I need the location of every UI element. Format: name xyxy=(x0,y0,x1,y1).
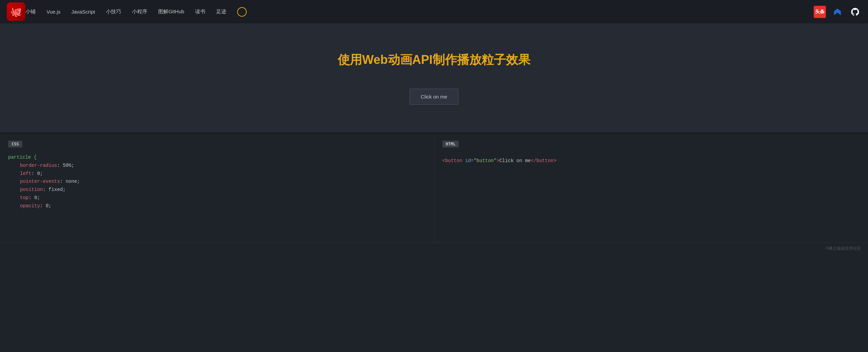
css-selector: particle { xyxy=(8,155,37,160)
nav-zuji[interactable]: 足迹 xyxy=(216,8,226,15)
css-line-4: position: fixed; xyxy=(8,186,426,194)
toutiao-icon[interactable]: 头条 xyxy=(814,6,826,18)
nav-xiaojiqiao[interactable]: 小技巧 xyxy=(106,8,121,15)
css-panel: CSS particle { border-radius: 50%; left:… xyxy=(0,134,434,243)
css-line-6: opacity: 0; xyxy=(8,202,426,210)
html-button-text: Click on me xyxy=(499,158,531,163)
nav-javascript[interactable]: JavaScript xyxy=(71,9,95,15)
nav-dushu[interactable]: 读书 xyxy=(195,8,205,15)
html-panel: HTML <button id="button">Click on me</bu… xyxy=(434,134,868,243)
nav-xiaochengxu[interactable]: 小程序 xyxy=(132,8,147,15)
html-panel-label: HTML xyxy=(442,141,459,147)
navbar: 🐙 小铺 Vue.js JavaScript 小技巧 小程序 图解GitHub … xyxy=(0,0,868,24)
css-panel-label: CSS xyxy=(8,141,22,147)
copyright-text: ©稀土掘金技术社区 xyxy=(826,246,861,251)
github-icon[interactable] xyxy=(849,6,861,18)
demo-title: 使用Web动画API制作播放粒子效果 xyxy=(338,52,530,68)
css-line-2: left: 0; xyxy=(8,170,426,178)
css-line-5: top: 0; xyxy=(8,194,426,202)
nav-vuejs[interactable]: Vue.js xyxy=(46,9,60,15)
html-tag-name: button xyxy=(445,158,462,163)
juejin-icon[interactable] xyxy=(831,6,844,18)
nav-circle-icon[interactable] xyxy=(237,7,247,17)
html-code-content: <button id="button">Click on me</button> xyxy=(442,154,860,169)
css-line-1: border-radius: 50%; xyxy=(8,162,426,170)
nav-links: 小铺 Vue.js JavaScript 小技巧 小程序 图解GitHub 读书… xyxy=(25,7,814,17)
demo-area: 使用Web动画API制作播放粒子效果 Click on me xyxy=(0,24,868,133)
nav-xiaopù[interactable]: 小铺 xyxy=(25,8,36,15)
site-logo[interactable]: 🐙 xyxy=(7,2,25,21)
nav-tujie[interactable]: 图解GitHub xyxy=(158,8,184,15)
page-footer: ©稀土掘金技术社区 xyxy=(0,243,868,254)
css-code-content: particle { border-radius: 50%; left: 0; … xyxy=(8,154,426,210)
html-close-tag: button xyxy=(536,158,553,163)
click-on-me-button[interactable]: Click on me xyxy=(410,89,458,105)
html-open-bracket: < xyxy=(442,158,445,163)
css-line-3: pointer-events: none; xyxy=(8,178,426,186)
html-attr-value: "button" xyxy=(474,158,496,163)
navbar-right-icons: 头条 xyxy=(814,6,861,18)
code-panels: CSS particle { border-radius: 50%; left:… xyxy=(0,134,868,243)
html-attr-id: id xyxy=(465,158,471,163)
